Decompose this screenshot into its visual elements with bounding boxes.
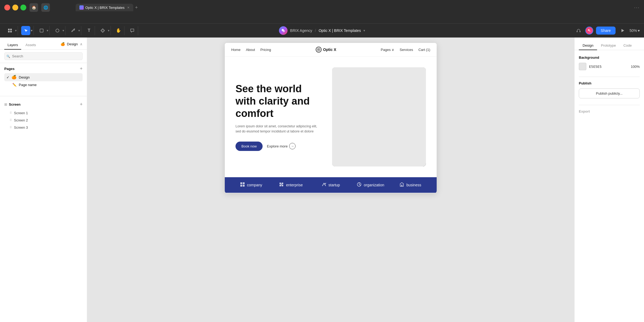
tab-code[interactable]: Code [620, 41, 635, 50]
nav-link-cart[interactable]: Cart (1) [418, 48, 430, 52]
right-panel: Design Prototype Code Background E5E5E5 … [574, 38, 644, 322]
text-tool-button[interactable]: T [84, 26, 94, 35]
close-button[interactable] [4, 5, 10, 10]
component-caret: ▾ [108, 29, 109, 32]
search-input[interactable] [4, 52, 83, 60]
background-section-title: Background [579, 55, 640, 60]
nav-link-home[interactable]: Home [231, 48, 241, 52]
hand-tool-button[interactable]: ✋ [114, 26, 123, 35]
shape-tool-button[interactable] [53, 26, 62, 35]
tab-favicon [79, 5, 84, 10]
screen-dots-icon-3: ⠿ [10, 126, 12, 129]
svg-rect-0 [8, 29, 10, 30]
background-opacity-value[interactable]: 100% [631, 65, 640, 69]
publish-section-title: Publish [579, 81, 640, 85]
nav-link-services[interactable]: Services [400, 48, 413, 52]
export-section: Export [579, 109, 640, 113]
svg-rect-8 [577, 31, 577, 32]
component-tool-button[interactable] [98, 26, 107, 35]
hero-image-inner [332, 67, 426, 166]
screen-add-button[interactable]: + [80, 102, 83, 107]
grid-tool-caret: ▾ [15, 29, 17, 32]
tool-group-comment [127, 26, 138, 35]
screen-2-label: Screen 2 [14, 118, 28, 122]
breadcrumb-caret-icon[interactable]: ▾ [363, 29, 365, 32]
svg-rect-42 [240, 185, 242, 187]
svg-rect-2 [8, 31, 10, 32]
screen-item-3[interactable]: ⠿ Screen 3 [4, 124, 83, 131]
tool-group-component: ▾ [97, 26, 111, 35]
tab-assets[interactable]: Assets [22, 41, 39, 50]
share-button[interactable]: Share [596, 27, 616, 35]
organization-icon [357, 182, 362, 188]
toolbar-right: Share 50% ▾ [575, 26, 640, 35]
tab-design[interactable]: Design [579, 41, 597, 50]
export-section-title: Export [579, 109, 640, 113]
headphones-button[interactable] [575, 27, 583, 35]
right-panel-tabs: Design Prototype Code [575, 38, 644, 50]
minimize-button[interactable] [12, 5, 18, 10]
screen-1-label: Screen 1 [14, 111, 28, 115]
design-label: 🍊 [61, 42, 65, 46]
nav-link-pages[interactable]: Pages ∨ [381, 48, 394, 52]
fullscreen-button[interactable] [20, 5, 26, 10]
select-tool-caret: ▾ [31, 29, 32, 32]
page-item-design[interactable]: ✓ 🍊 Design [4, 73, 83, 81]
site-logo: Optic X [316, 47, 336, 53]
publish-section: Publish Publish publicly... [579, 81, 640, 98]
nav-link-about[interactable]: About [246, 48, 255, 52]
comment-tool-button[interactable] [128, 26, 137, 35]
play-button[interactable] [618, 26, 627, 35]
active-tab[interactable]: Optic X | BRIX Templates ✕ [76, 4, 133, 11]
site-nav-left-links: Home About Pricing [231, 48, 271, 52]
company-label: company [247, 183, 262, 187]
category-business[interactable]: business [391, 182, 430, 188]
select-tool-button[interactable] [21, 26, 30, 35]
pen-tool-button[interactable] [69, 26, 78, 35]
tab-close-button[interactable]: ✕ [127, 6, 130, 9]
pages-add-button[interactable]: + [80, 66, 83, 71]
user-avatar[interactable] [585, 27, 593, 35]
screen-section-header[interactable]: ⊞ Screen + [4, 102, 83, 107]
hero-text: See the world with clarity and comfort L… [235, 83, 324, 151]
startup-label: startup [329, 183, 340, 187]
screen-3-label: Screen 3 [14, 125, 28, 129]
enterprise-label: enterprise [286, 183, 303, 187]
website-preview: Home About Pricing Optic X Pages ∨ S [225, 43, 437, 193]
screen-item-1[interactable]: ⠿ Screen 1 [4, 109, 83, 117]
nav-link-pricing[interactable]: Pricing [260, 48, 271, 52]
frame-tool-button[interactable] [37, 26, 46, 35]
hero-title: See the world with clarity and comfort [235, 83, 319, 120]
zoom-control[interactable]: 50% ▾ [630, 28, 640, 33]
svg-point-14 [318, 49, 319, 50]
zoom-value: 50% [630, 28, 637, 33]
business-icon [399, 182, 404, 188]
globe-icon[interactable]: 🌐 [41, 3, 50, 12]
tab-layers[interactable]: Layers [4, 41, 21, 50]
browser-more-button[interactable]: ··· [634, 5, 640, 10]
screen-item-2[interactable]: ⠿ Screen 2 [4, 117, 83, 124]
design-text: Design [67, 42, 78, 46]
category-enterprise[interactable]: enterprise [271, 182, 311, 188]
background-hex-value[interactable]: E5E5E5 [589, 65, 602, 69]
background-color-swatch[interactable] [579, 63, 586, 70]
home-button[interactable]: 🏠 [30, 3, 38, 12]
new-tab-button[interactable]: + [135, 5, 138, 10]
category-organization[interactable]: organization [351, 182, 390, 188]
category-company[interactable]: company [231, 182, 271, 188]
section-divider [0, 96, 87, 96]
category-startup[interactable]: startup [311, 182, 351, 188]
screen-dots-icon: ⠿ [10, 111, 12, 115]
company-icon [240, 182, 245, 188]
startup-icon [322, 182, 326, 188]
design-caret[interactable]: ∧ [80, 42, 83, 46]
tab-prototype[interactable]: Prototype [597, 41, 620, 50]
panel-search-area [0, 50, 87, 63]
book-now-button[interactable]: Book now [235, 142, 263, 151]
grid-tool-button[interactable] [5, 26, 14, 35]
page-item-name[interactable]: ✏️ Page name [4, 81, 83, 88]
screen-dots-icon-2: ⠿ [10, 119, 12, 122]
explore-more-button[interactable]: Explore more → [267, 143, 296, 149]
publish-button[interactable]: Publish publicly... [579, 88, 640, 98]
site-nav-right: Pages ∨ Services Cart (1) [381, 48, 430, 52]
